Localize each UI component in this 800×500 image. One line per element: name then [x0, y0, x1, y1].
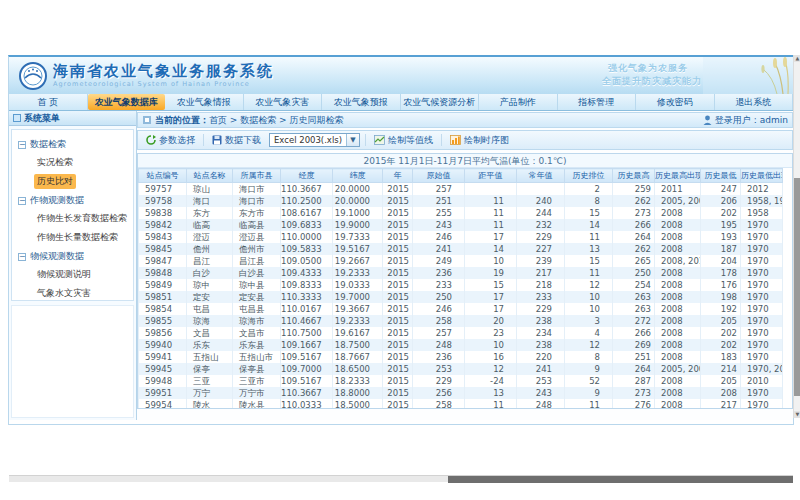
- table-row[interactable]: 59855琼海琼海市110.466719.2333201525820238327…: [139, 315, 783, 327]
- table-cell: 19.5167: [333, 243, 383, 255]
- table-cell: 乐东: [187, 339, 233, 351]
- column-header[interactable]: 历史最高出现年份: [655, 169, 701, 183]
- table-cell: 2010: [741, 375, 783, 387]
- vertical-scrollbar-thumb[interactable]: [794, 178, 800, 396]
- table-cell: 23: [465, 327, 517, 339]
- breadcrumb[interactable]: 首页 > 数据检索 > 历史同期检索: [209, 114, 344, 127]
- table-row[interactable]: 59758海口海口市110.250020.0000201525111240826…: [139, 195, 783, 207]
- tree-leaf[interactable]: 实况检索: [34, 155, 76, 170]
- table-cell: 2015: [383, 375, 413, 387]
- table-row[interactable]: 59851定安定安县110.333319.7000201525017233102…: [139, 291, 783, 303]
- collapse-icon[interactable]: −: [18, 253, 26, 261]
- table-cell: 1970: [741, 279, 783, 291]
- table-cell: 276: [613, 399, 655, 409]
- nav-item[interactable]: 退出系统: [715, 94, 794, 110]
- table-cell: 18.7667: [333, 351, 383, 363]
- draw-timeseries-button[interactable]: 绘制时序图: [447, 132, 512, 149]
- collapse-icon[interactable]: −: [18, 141, 26, 149]
- nav-item[interactable]: 首 页: [9, 94, 88, 110]
- table-row[interactable]: 59856文昌文昌市110.750019.6167201525723234426…: [139, 327, 783, 339]
- tree-node[interactable]: −数据检索: [18, 138, 133, 151]
- table-cell: 109.1667: [281, 339, 333, 351]
- column-header[interactable]: 站点名称: [187, 169, 233, 183]
- table-cell: 59856: [139, 327, 187, 339]
- table-cell: 110.3333: [281, 291, 333, 303]
- table-cell: 1970: [741, 387, 783, 399]
- nav-item[interactable]: 修改密码: [636, 94, 715, 110]
- nav-item[interactable]: 农业气候资源分析: [401, 94, 480, 110]
- table-row[interactable]: 59854屯昌屯昌县110.016719.3667201524617229102…: [139, 303, 783, 315]
- column-header[interactable]: 经度: [281, 169, 333, 183]
- table-cell: 11: [465, 195, 517, 207]
- tree-node[interactable]: −物候观测数据: [18, 250, 133, 263]
- table-cell: 定安县: [233, 291, 281, 303]
- draw-isoline-button[interactable]: 绘制等值线: [371, 132, 436, 149]
- column-header[interactable]: 历史最高: [613, 169, 655, 183]
- table-cell: 233: [517, 291, 565, 303]
- table-cell: 236: [413, 267, 465, 279]
- table-row[interactable]: 59948三亚三亚市109.516718.23332015229-2425352…: [139, 375, 783, 387]
- table-cell: 262: [613, 243, 655, 255]
- data-download-button[interactable]: 数据下载: [209, 132, 264, 149]
- nav-item[interactable]: 农业气象灾害: [244, 94, 323, 110]
- column-header[interactable]: 历史最低: [701, 169, 741, 183]
- table-cell: 248: [517, 399, 565, 409]
- table-cell: 14: [465, 243, 517, 255]
- table-cell: 205: [701, 315, 741, 327]
- table-cell: 250: [613, 267, 655, 279]
- table-row[interactable]: 59951万宁万宁市110.366718.8000201525613243927…: [139, 387, 783, 399]
- table-row[interactable]: 59757琼山海口市110.366720.0000201525722592011…: [139, 183, 783, 196]
- table-cell: 三亚市: [233, 375, 281, 387]
- horizontal-scrollbar[interactable]: [9, 475, 793, 482]
- column-header[interactable]: 历史最低出现年份: [741, 169, 783, 183]
- horizontal-scrollbar-thumb[interactable]: [448, 476, 793, 483]
- scroll-down-arrow-icon[interactable]: ▼: [794, 411, 800, 418]
- collapse-icon[interactable]: −: [18, 197, 26, 205]
- table-row[interactable]: 59843澄迈澄迈县110.000019.7333201524617229112…: [139, 231, 783, 243]
- column-header[interactable]: 站点编号: [139, 169, 187, 183]
- table-cell: 2: [565, 183, 613, 196]
- tree-leaf[interactable]: 作物生长发育数据检索: [34, 211, 130, 226]
- table-row[interactable]: 59849琼中琼中县109.833319.0333201523315218122…: [139, 279, 783, 291]
- column-header[interactable]: 年: [383, 169, 413, 183]
- tree-node[interactable]: −作物观测数据: [18, 194, 133, 207]
- table-row[interactable]: 59847昌江昌江县109.050019.2667201524910239152…: [139, 255, 783, 267]
- tree-leaf[interactable]: 历史比对: [34, 174, 76, 189]
- export-format-select[interactable]: Excel 2003(.xls) ▼: [269, 133, 360, 147]
- table-row[interactable]: 59941五指山五指山市109.516718.76672015236162208…: [139, 351, 783, 363]
- tree-leaf[interactable]: 气象水文灾害: [34, 286, 94, 301]
- table-cell: 263: [613, 291, 655, 303]
- sidebar-empty-panel: [11, 305, 134, 418]
- tree-leaf[interactable]: 作物生长量数据检索: [34, 230, 121, 245]
- table-row[interactable]: 59954陵水陵水县110.033318.5000201525811248112…: [139, 399, 783, 409]
- table-row[interactable]: 59845儋州儋州市109.583319.5167201524114227132…: [139, 243, 783, 255]
- nav-item[interactable]: 农业气象数据库: [88, 94, 166, 110]
- vertical-scrollbar[interactable]: ▲ ▼: [793, 55, 800, 418]
- table-row[interactable]: 59848白沙白沙县109.433319.2333201523619217112…: [139, 267, 783, 279]
- column-header[interactable]: 常年值: [517, 169, 565, 183]
- column-header[interactable]: 所属市县: [233, 169, 281, 183]
- nav-item[interactable]: 农业气象情报: [165, 94, 244, 110]
- nav-item[interactable]: 农业气象预报: [322, 94, 401, 110]
- param-select-button[interactable]: 参数选择: [143, 132, 198, 149]
- scroll-up-arrow-icon[interactable]: ▲: [794, 55, 800, 62]
- nav-item[interactable]: 指标管理: [558, 94, 637, 110]
- table-row[interactable]: 59940乐东乐东县109.166718.7500201524810238122…: [139, 339, 783, 351]
- table-cell: 243: [517, 387, 565, 399]
- table-cell: 19.0333: [333, 279, 383, 291]
- column-header[interactable]: 距平值: [465, 169, 517, 183]
- table-cell: 15: [565, 207, 613, 219]
- column-header[interactable]: 历史排位: [565, 169, 613, 183]
- table-cell: 万宁市: [233, 387, 281, 399]
- tree-leaf[interactable]: 物候观测说明: [34, 267, 94, 282]
- table-cell: 287: [613, 375, 655, 387]
- table-row[interactable]: 59945保亭保亭县109.700018.6500201525312241926…: [139, 363, 783, 375]
- table-row[interactable]: 59838东方东方市108.616719.1000201525511244152…: [139, 207, 783, 219]
- table-cell: 16: [465, 351, 517, 363]
- column-header[interactable]: 纬度: [333, 169, 383, 183]
- nav-item[interactable]: 产品制作: [479, 94, 558, 110]
- column-header[interactable]: 原始值: [413, 169, 465, 183]
- table-cell: 2015: [383, 339, 413, 351]
- table-cell: 白沙县: [233, 267, 281, 279]
- table-row[interactable]: 59842临高临高县109.683319.9000201524311232142…: [139, 219, 783, 231]
